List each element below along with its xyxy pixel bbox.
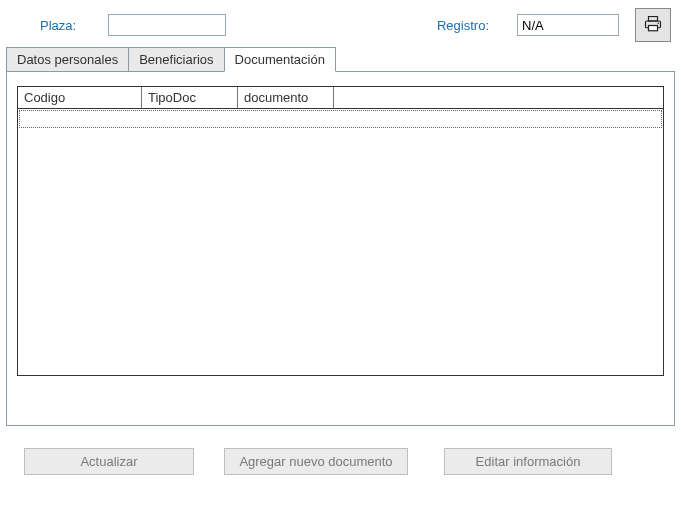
agregar-documento-button[interactable]: Agregar nuevo documento bbox=[224, 448, 408, 475]
tab-panel-documentacion: Codigo TipoDoc documento bbox=[6, 71, 675, 426]
print-button[interactable] bbox=[635, 8, 671, 42]
printer-icon bbox=[644, 16, 662, 35]
tab-documentacion[interactable]: Documentación bbox=[224, 47, 336, 72]
grid-selected-row[interactable] bbox=[19, 110, 662, 128]
documents-grid[interactable]: Codigo TipoDoc documento bbox=[17, 86, 664, 376]
grid-header: Codigo TipoDoc documento bbox=[18, 87, 663, 109]
column-header-tipodoc[interactable]: TipoDoc bbox=[142, 87, 238, 108]
actualizar-button[interactable]: Actualizar bbox=[24, 448, 194, 475]
plaza-input[interactable] bbox=[108, 14, 226, 36]
registro-input[interactable] bbox=[517, 14, 619, 36]
svg-point-3 bbox=[658, 22, 660, 24]
grid-body[interactable] bbox=[18, 109, 663, 375]
plaza-label: Plaza: bbox=[40, 18, 80, 33]
action-button-row: Actualizar Agregar nuevo documento Edita… bbox=[0, 426, 681, 475]
column-header-codigo[interactable]: Codigo bbox=[18, 87, 142, 108]
editar-informacion-button[interactable]: Editar información bbox=[444, 448, 612, 475]
tab-strip: Datos personales Beneficiarios Documenta… bbox=[0, 46, 681, 71]
header-row: Plaza: Registro: bbox=[0, 0, 681, 48]
registro-label: Registro: bbox=[437, 18, 489, 33]
svg-rect-0 bbox=[649, 16, 658, 21]
tab-beneficiarios[interactable]: Beneficiarios bbox=[128, 47, 224, 72]
svg-rect-2 bbox=[649, 25, 658, 30]
column-header-empty bbox=[334, 87, 663, 108]
column-header-documento[interactable]: documento bbox=[238, 87, 334, 108]
tab-datos-personales[interactable]: Datos personales bbox=[6, 47, 129, 72]
